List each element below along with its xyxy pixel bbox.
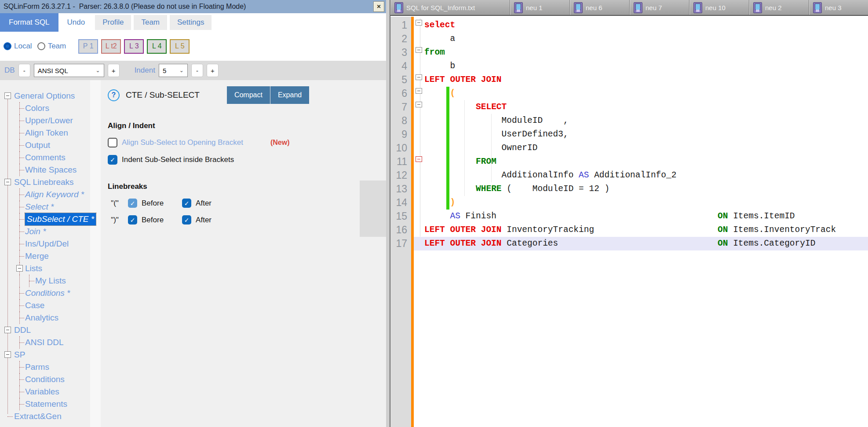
tree-item-select[interactable]: Select * bbox=[0, 201, 90, 213]
code-text: ModuleID , bbox=[424, 114, 569, 128]
collapse-toggle-icon[interactable] bbox=[16, 265, 23, 272]
fold-toggle-icon[interactable] bbox=[416, 102, 422, 107]
menu-item-undo[interactable]: Undo bbox=[58, 13, 94, 32]
menu-item-format-sql[interactable]: Format SQL bbox=[0, 13, 58, 32]
indent-increase-button[interactable]: + bbox=[207, 64, 219, 77]
menubar: Format SQLUndoProfileTeamSettings bbox=[0, 13, 386, 32]
tree-item-join[interactable]: Join * bbox=[0, 225, 90, 238]
tree-item-general-options[interactable]: General Options bbox=[0, 90, 90, 102]
tree-item-ansi-ddl[interactable]: ANSI DDL bbox=[0, 336, 90, 349]
tree-item-lists[interactable]: Lists bbox=[0, 262, 90, 275]
tree-item-sql-linebreaks[interactable]: SQL Linebreaks bbox=[0, 176, 90, 188]
code-line[interactable]: 15 AS Finish ON Items.ItemID bbox=[390, 210, 868, 223]
code-segment: ON bbox=[718, 225, 728, 235]
tree-item-colors[interactable]: Colors bbox=[0, 102, 90, 114]
code-line[interactable]: 3from bbox=[390, 46, 868, 59]
fold-toggle-icon[interactable] bbox=[416, 88, 422, 94]
tree-item-extract-gen[interactable]: Extract&Gen bbox=[0, 410, 90, 423]
checkbox-after[interactable]: ✓ bbox=[182, 215, 191, 225]
tree-item-variables[interactable]: Variables bbox=[0, 386, 90, 398]
tree-item-output[interactable]: Output bbox=[0, 139, 90, 151]
db-remove-button[interactable]: - bbox=[18, 64, 30, 77]
profile-button-lt2[interactable]: L t2 bbox=[101, 39, 121, 54]
profile-button-l5[interactable]: L 5 bbox=[170, 39, 190, 54]
tab-neu-10[interactable]: neu 10 bbox=[689, 0, 749, 15]
checkbox-label: Indent Sub-Select inside Brackets bbox=[122, 155, 234, 164]
menu-item-team[interactable]: Team bbox=[134, 15, 167, 30]
code-editor[interactable]: 1select2 a3from4 b5LEFT OUTER JOIN6 (7 S… bbox=[390, 17, 868, 427]
code-line[interactable]: 6 ( bbox=[390, 87, 868, 100]
tree-item-ddl[interactable]: DDL bbox=[0, 324, 90, 336]
code-line[interactable]: 7 SELECT bbox=[390, 100, 868, 114]
tree-item-case[interactable]: Case bbox=[0, 299, 90, 312]
help-icon[interactable]: ? bbox=[108, 89, 120, 101]
menu-item-profile[interactable]: Profile bbox=[95, 15, 131, 30]
code-line[interactable]: 13 WHERE ( ModuleID = 12 ) bbox=[390, 182, 868, 196]
fold-toggle-icon[interactable] bbox=[416, 20, 422, 26]
tree-item-align-token[interactable]: Align Token bbox=[0, 127, 90, 139]
profile-button-l4[interactable]: L 4 bbox=[147, 39, 167, 54]
profile-button-l3[interactable]: L 3 bbox=[124, 39, 144, 54]
tab-neu-2[interactable]: neu 2 bbox=[749, 0, 809, 15]
tree-item-conditions[interactable]: Conditions * bbox=[0, 287, 90, 299]
editor-tabs: SQL for SQL_Inform.txtneu 1neu 6neu 7neu… bbox=[390, 0, 868, 16]
collapse-toggle-icon[interactable] bbox=[4, 351, 11, 358]
collapse-toggle-icon[interactable] bbox=[4, 179, 11, 185]
checkbox-align-subselect[interactable] bbox=[108, 138, 117, 147]
tree-item-my-lists[interactable]: My Lists bbox=[0, 275, 90, 287]
checkbox-indent-subselect[interactable]: ✓ bbox=[108, 155, 117, 165]
tree-scrollbar-track[interactable] bbox=[90, 80, 101, 427]
checkbox-before[interactable]: ✓ bbox=[128, 199, 137, 208]
checkbox-after[interactable]: ✓ bbox=[182, 199, 191, 208]
tree-item-align-keyword[interactable]: Align Keyword * bbox=[0, 188, 90, 201]
fold-toggle-icon[interactable] bbox=[416, 47, 422, 53]
checkbox-before[interactable]: ✓ bbox=[128, 215, 137, 225]
tab-neu-1[interactable]: neu 1 bbox=[510, 0, 570, 15]
tab-neu-7[interactable]: neu 7 bbox=[630, 0, 689, 15]
collapse-toggle-icon[interactable] bbox=[4, 92, 11, 99]
code-line[interactable]: 14 ) bbox=[390, 196, 868, 210]
tree-item-sp[interactable]: SP bbox=[0, 349, 90, 361]
fold-toggle-icon[interactable] bbox=[416, 74, 422, 80]
radio-local[interactable]: Local bbox=[4, 42, 32, 51]
tab-neu-6[interactable]: neu 6 bbox=[570, 0, 630, 15]
tree-item-label: My Lists bbox=[35, 275, 66, 287]
tree-item-subselect-cte[interactable]: SubSelect / CTE * bbox=[0, 213, 90, 225]
code-line[interactable]: 1select bbox=[390, 18, 868, 32]
tree-item-merge[interactable]: Merge bbox=[0, 250, 90, 262]
code-line[interactable]: 5LEFT OUTER JOIN bbox=[390, 73, 868, 87]
code-line[interactable]: 2 a bbox=[390, 32, 868, 46]
close-button[interactable]: ✕ bbox=[373, 1, 384, 12]
code-line[interactable]: 8 ModuleID , bbox=[390, 114, 868, 128]
radio-team[interactable]: Team bbox=[37, 42, 66, 51]
tree-item-parms[interactable]: Parms bbox=[0, 361, 90, 373]
menu-item-settings[interactable]: Settings bbox=[170, 15, 212, 30]
scrollbar-thumb[interactable] bbox=[360, 180, 386, 237]
tree-item-analytics[interactable]: Analytics bbox=[0, 312, 90, 324]
tree-item-conditions[interactable]: Conditions bbox=[0, 373, 90, 386]
compact-button[interactable]: Compact bbox=[227, 86, 270, 104]
tree-item-comments[interactable]: Comments bbox=[0, 151, 90, 164]
code-line[interactable]: 12 AdditionalInfo AS AdditionalInfo_2 bbox=[390, 169, 868, 182]
code-line[interactable]: 16LEFT OUTER JOIN InventoryTracking ON I… bbox=[390, 223, 868, 237]
tree-item-upper-lower[interactable]: Upper/Lower bbox=[0, 114, 90, 127]
code-line[interactable]: 17LEFT OUTER JOIN Categories ON Items.Ca… bbox=[390, 237, 868, 250]
code-segment: a bbox=[424, 34, 455, 44]
db-add-button[interactable]: + bbox=[108, 64, 120, 77]
code-line[interactable]: 10 OwnerID bbox=[390, 141, 868, 155]
code-line[interactable]: 4 b bbox=[390, 59, 868, 73]
db-select[interactable]: ANSI SQL ⌄ bbox=[34, 64, 104, 77]
tree-item-white-spaces[interactable]: White Spaces bbox=[0, 164, 90, 176]
collapse-toggle-icon[interactable] bbox=[4, 327, 11, 333]
tree-item-statements[interactable]: Statements bbox=[0, 398, 90, 410]
indent-select[interactable]: 5 ⌄ bbox=[159, 64, 188, 77]
code-line[interactable]: 9 UserDefined3, bbox=[390, 128, 868, 141]
code-line[interactable]: 11 FROM bbox=[390, 155, 868, 169]
tree-item-ins-upd-del[interactable]: Ins/Upd/Del bbox=[0, 238, 90, 250]
indent-decrease-button[interactable]: - bbox=[191, 64, 203, 77]
expand-button[interactable]: Expand bbox=[270, 86, 309, 104]
tab-sql-for-sql-inform-txt[interactable]: SQL for SQL_Inform.txt bbox=[390, 0, 510, 15]
fold-toggle-icon[interactable] bbox=[416, 156, 422, 162]
profile-button-p1[interactable]: P 1 bbox=[78, 39, 98, 54]
tab-neu-3[interactable]: neu 3 bbox=[809, 0, 868, 15]
